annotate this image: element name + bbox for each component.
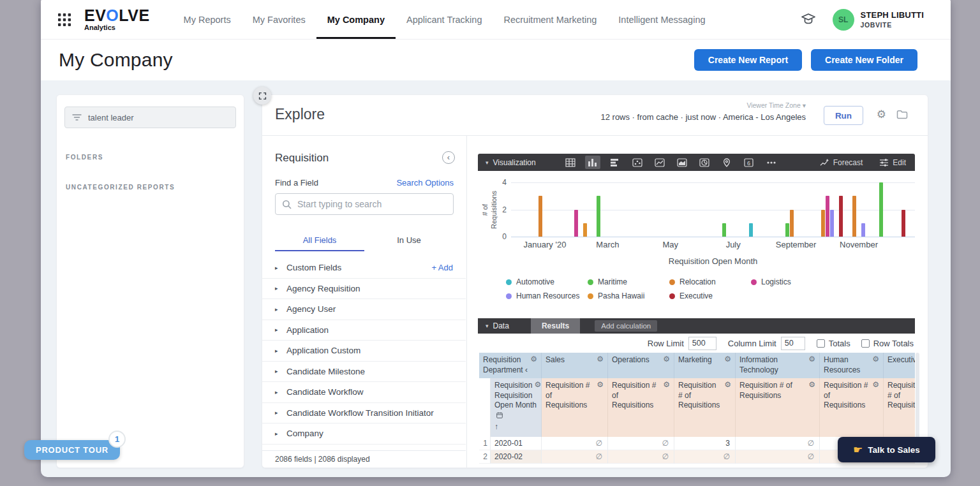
row-limit-input[interactable] [688, 337, 716, 350]
field-group-candidate-workflow-transition-initiator[interactable]: ▸Candidate Workflow Transition Initiator [262, 403, 466, 424]
x-tick-label: November [840, 240, 878, 249]
view-label: Requisition [494, 381, 532, 391]
sidebar-section-folders[interactable]: FOLDERS [66, 154, 103, 161]
bar-maritime-2020-03 [597, 196, 600, 237]
tab-all-fields[interactable]: All Fields [275, 232, 364, 251]
nav-item-intelligent-messaging[interactable]: Intelligent Messaging [607, 0, 716, 39]
value-cell[interactable]: 3 [674, 437, 736, 450]
legend-item-relocation[interactable]: Relocation [669, 277, 751, 286]
user-menu[interactable]: SL STEPH LIBUTTI JOBVITE [833, 9, 924, 31]
bar-chart-icon[interactable] [585, 156, 600, 169]
single-value-icon[interactable]: 6 [741, 156, 757, 169]
legend-item-executive[interactable]: Executive [669, 291, 751, 300]
bar-executive-2020-10 [839, 196, 843, 237]
line-chart-icon[interactable] [652, 156, 667, 169]
row-totals-checkbox[interactable] [861, 339, 870, 348]
create-new-report-button[interactable]: Create New Report [694, 49, 802, 71]
field-group-company[interactable]: ▸Company [262, 423, 466, 445]
product-tour-button[interactable]: PRODUCT TOUR [24, 440, 120, 460]
results-tab[interactable]: Results [531, 318, 580, 334]
field-group-candidate-milestone[interactable]: ▸Candidate Milestone [262, 362, 466, 383]
bar-relocation-2020-01 [538, 196, 542, 237]
sidebar-search-input[interactable]: talent leader [64, 107, 236, 128]
visualization-section-toggle[interactable]: ▾ Visualization [486, 158, 536, 167]
nav-item-applicant-tracking[interactable]: Applicant Tracking [396, 0, 493, 39]
add-custom-field-link[interactable]: + Add [431, 263, 453, 272]
gear-icon[interactable]: ⚙ [530, 355, 537, 375]
legend-item-human-resources[interactable]: Human Resources [506, 291, 588, 300]
learning-cap-icon[interactable] [801, 13, 816, 27]
gear-icon[interactable]: ⚙ [808, 355, 815, 375]
collapse-panel-button[interactable]: ‹ [442, 151, 455, 164]
field-group-application-custom[interactable]: ▸Application Custom [262, 341, 466, 362]
field-search-input[interactable] [297, 199, 447, 209]
edit-button[interactable]: Edit [879, 158, 906, 167]
value-cell[interactable]: ∅ [608, 450, 674, 464]
sort-field-header[interactable]: Requisition⚙Requisition Open Month↑ [491, 378, 542, 437]
gear-icon[interactable]: ⚙ [663, 381, 670, 411]
add-calculation-button[interactable]: Add calculation [595, 320, 657, 332]
value-cell[interactable]: ∅ [736, 450, 820, 464]
field-group-candidate-workflow[interactable]: ▸Candidate Workflow [262, 382, 466, 403]
field-group-application[interactable]: ▸Application [262, 320, 466, 341]
viewer-timezone[interactable]: Viewer Time Zone ▾ [600, 101, 806, 109]
legend-dot [588, 293, 593, 299]
evolve-logo[interactable]: EVOLVE Analytics [84, 8, 150, 31]
x-tick-label: September [776, 240, 817, 249]
folder-icon[interactable] [896, 110, 908, 119]
gear-icon[interactable]: ⚙ [724, 381, 731, 411]
nav-item-my-favorites[interactable]: My Favorites [242, 0, 316, 39]
sort-asc-icon[interactable]: ↑ [494, 422, 537, 432]
legend-item-pasha-hawaii[interactable]: Pasha Hawaii [588, 291, 669, 300]
map-pin-icon[interactable] [719, 156, 734, 169]
field-group-agency-user[interactable]: ▸Agency User [262, 299, 466, 320]
dimension-cell[interactable]: 2020-02 [491, 450, 542, 464]
horizontal-bar-chart-icon[interactable] [607, 156, 623, 169]
legend-item-logistics[interactable]: Logistics [751, 277, 833, 286]
dimension-cell[interactable]: 2020-01 [491, 437, 542, 450]
field-group-compliance[interactable]: ▸Compliance [262, 445, 466, 451]
pie-chart-icon[interactable] [697, 156, 712, 169]
field-group-agency-requisition[interactable]: ▸Agency Requisition [262, 279, 466, 300]
x-tick-label: March [596, 240, 619, 249]
gear-icon[interactable]: ⚙ [597, 381, 604, 411]
legend-label: Executive [679, 291, 713, 300]
apps-grid-icon[interactable] [57, 13, 71, 27]
gear-icon[interactable]: ⚙ [534, 381, 541, 391]
value-cell[interactable]: ∅ [736, 437, 820, 450]
tab-in-use[interactable]: In Use [364, 232, 454, 251]
value-cell[interactable]: ∅ [674, 450, 736, 464]
gear-icon[interactable]: ⚙ [663, 355, 670, 365]
table-icon[interactable] [563, 156, 578, 169]
gear-icon[interactable]: ⚙ [872, 381, 879, 411]
totals-checkbox[interactable] [817, 339, 825, 348]
data-section-toggle[interactable]: ▾ Data [486, 321, 509, 330]
nav-item-my-company[interactable]: My Company [316, 0, 396, 39]
nav-item-my-reports[interactable]: My Reports [173, 0, 242, 39]
search-options-link[interactable]: Search Options [396, 178, 454, 188]
scatter-icon[interactable] [630, 156, 645, 169]
gear-icon[interactable]: ⚙ [597, 355, 604, 365]
sidebar-section-uncategorized[interactable]: UNCATEGORIZED REPORTS [66, 184, 175, 191]
forecast-button[interactable]: Forecast [820, 158, 863, 167]
gear-icon[interactable]: ⚙ [808, 381, 815, 401]
legend-item-automotive[interactable]: Automotive [506, 277, 588, 286]
value-cell[interactable]: ∅ [608, 437, 674, 450]
value-cell[interactable]: ∅ [542, 437, 608, 450]
gear-icon[interactable]: ⚙ [724, 355, 731, 365]
pivot-col-sales: Sales⚙ [542, 353, 608, 378]
legend-item-maritime[interactable]: Maritime [588, 277, 669, 286]
column-limit-input[interactable] [781, 337, 805, 350]
create-new-folder-button[interactable]: Create New Folder [811, 49, 917, 71]
field-group-custom-fields[interactable]: ▸Custom Fields+ Add [262, 258, 466, 279]
area-chart-icon[interactable] [674, 156, 690, 169]
more-icon[interactable] [764, 156, 779, 169]
run-button[interactable]: Run [824, 106, 863, 125]
value-cell[interactable]: ∅ [542, 450, 608, 464]
gear-icon[interactable]: ⚙ [872, 355, 879, 375]
explore-gear-icon[interactable]: ⚙ [877, 109, 886, 120]
user-org: JOBVITE [861, 21, 924, 29]
nav-item-recruitment-marketing[interactable]: Recruitment Marketing [493, 0, 607, 39]
expand-button[interactable] [253, 87, 271, 105]
talk-to-sales-button[interactable]: ☛ Talk to Sales [838, 437, 935, 462]
